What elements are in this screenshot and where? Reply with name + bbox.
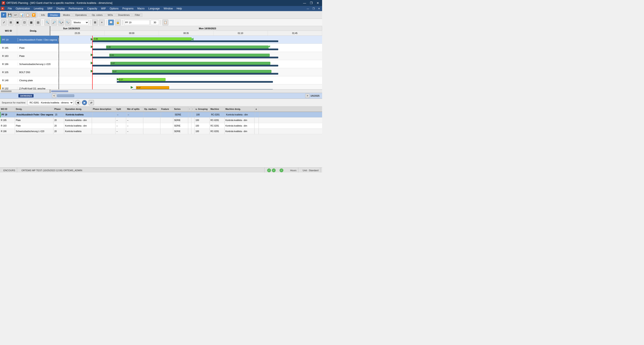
gantt-bar-3[interactable]: 0.07 [110,62,270,65]
gantt-scrollbar[interactable] [0,89,322,93]
detail-phase-3: 20 [54,129,64,134]
menu-file[interactable]: File [6,7,14,10]
desig-5: Closing plate [18,79,58,82]
gantt-bar-5[interactable]: 0.27 [118,78,166,81]
bar-val-2: 0.03 [110,54,114,56]
gantt-bar-6[interactable]: 0.17 [136,86,169,89]
view-mode-4[interactable]: ⊡ [22,19,28,25]
menu-wip[interactable]: WIP [99,7,108,10]
view-mode-2[interactable]: ⊞ [8,19,14,25]
right-scroll[interactable] [50,90,322,93]
nav-prev-btn[interactable]: < [52,94,56,98]
menu-display[interactable]: Display [54,7,66,10]
tab-wos[interactable]: WOs [105,13,115,17]
gantt-row-3[interactable]: R 186 Schweissbadsicherung L=220 [0,60,58,68]
detail-dot1-1 [188,118,192,123]
nav-next-btn[interactable]: > [305,94,310,98]
tool-btn-filter[interactable]: 🔽 [31,12,36,18]
zoom-in-btn[interactable]: 🔍+ [58,19,64,25]
right-scroll-thumb[interactable] [51,90,68,92]
left-scroll[interactable] [0,90,50,93]
tab-filter[interactable]: Filter [132,13,142,17]
status-hours: Hours [288,168,298,172]
gantt-row-5[interactable]: R 148 Closing plate [0,76,58,84]
tab-operations[interactable]: Operations [73,13,89,17]
view-mode-3[interactable]: ▣ [14,19,20,25]
gantt-row-1[interactable]: R 185 Plate [0,44,58,52]
menu-optimization[interactable]: Optimization [14,7,32,10]
detail-row-1[interactable]: R 185 Plate 20 Kontrola kvaliteta - dim … [0,118,322,123]
tool-btn-chart[interactable]: 📊 [19,12,24,18]
sub-close-btn[interactable]: ✕ [317,7,321,10]
gantt-bar-0[interactable]: 0.99 [93,37,192,40]
col-header-dot1: · [188,106,192,112]
chart-row-4: 0.07 ▶ [59,68,322,76]
close-btn[interactable]: ✕ [315,1,320,5]
minimize-btn[interactable]: — [302,1,307,5]
detail-row-2[interactable]: R 183 Plate 20 Kontrola kvaliteta - dim … [0,123,322,129]
maximize-btn[interactable]: ❐ [309,1,314,5]
menu-performance[interactable]: Performance [67,7,85,10]
tab-op-colors[interactable]: Op. colors [90,13,105,17]
gantt-left-header: WO ID Desig. [0,26,50,35]
number-field[interactable] [150,20,159,25]
add-col-btn[interactable]: + [99,19,105,25]
sub-minimize-btn[interactable]: — [306,7,310,10]
menu-options[interactable]: Options [108,7,120,10]
zoom-out-btn[interactable]: 🔍- [65,19,71,25]
tool-btn-table[interactable]: 📋 [25,12,30,18]
tab-info[interactable]: Info [39,13,47,17]
gantt-row-6[interactable]: R 132 Z-Profil Kopf Q2, geschw [0,84,58,89]
search-field[interactable] [124,20,150,25]
gantt-row-4[interactable]: R 105 BOLT D50 [0,68,58,76]
grid-btn[interactable]: ⊞ [92,19,98,25]
detail-woid-0: PF 19 [1,112,16,117]
menu-window[interactable]: Window [162,7,174,10]
tab-display[interactable]: Display [48,13,60,17]
date-scroll-thumb[interactable] [57,94,74,97]
zoom-fit-btn[interactable]: 🔍 [44,19,50,25]
menu-help[interactable]: Help [175,7,184,10]
menu-programs[interactable]: Programs [121,7,135,10]
machine-prev-btn[interactable]: ◀ [75,100,80,105]
view-mode-1[interactable]: ⤢ [1,19,7,25]
menu-language[interactable]: Language [147,7,162,10]
tool-btn-undo[interactable]: ↩ [13,12,18,18]
gantt-bar-2[interactable]: 0.03 [109,54,270,57]
gantt-row-0[interactable]: PF 19 Anschlussblech Feder / Deo vagona [0,36,58,44]
detail-split-0: -- [116,112,127,117]
machine-sync-btn[interactable]: ⇄ [89,100,94,105]
title-bar-controls[interactable]: — ❐ ✕ [302,1,320,5]
left-scroll-thumb[interactable] [1,90,12,92]
desig-4: BOLT D50 [18,70,58,74]
view-mode-6[interactable]: ▤ [35,19,41,25]
detail-row-0[interactable]: PF 19 Anschlussblech Feder / Deo vagona … [0,112,322,118]
comment-btn[interactable]: 💬 [108,19,114,25]
tab-downtimes[interactable]: Downtimes [116,13,132,17]
machine-next-btn[interactable]: ▶ [82,100,87,105]
lock-btn[interactable]: 🔒 [115,19,121,25]
sub-maximize-btn[interactable]: ❐ [311,7,316,10]
menu-srp[interactable]: SRP [46,7,54,10]
gantt-bar-1[interactable]: 0.08 [106,45,269,48]
menu-macro[interactable]: Macro [136,7,146,10]
table-view-btn[interactable]: 📋 [162,19,168,25]
detail-grouping-0: 100 [195,112,210,117]
menu-capacity[interactable]: Capacity [86,7,99,10]
date-nav-bar: 10/30/2023 < > 1/6/2025 [0,93,322,99]
arrow-start-0: ▶ [91,37,93,41]
tab-modes[interactable]: Modes [60,13,72,17]
period-dropdown[interactable]: Weeks Hours Days Months [72,20,89,25]
menu-leveling[interactable]: Leveling [32,7,45,10]
gantt-bar-4[interactable]: 0.07 [112,70,272,73]
detail-feature-0 [161,112,174,117]
zoom-search-btn[interactable]: 🔎 [51,19,57,25]
detail-phase-1: 20 [54,118,64,123]
gantt-row-2[interactable]: R 183 Plate [0,52,58,60]
tool-btn-save[interactable]: 💾 [7,12,12,18]
tool-btn-1[interactable]: P [1,12,6,18]
machine-dropdown[interactable]: RC-0281 - Kontrola kvaliteta - dimens [28,100,73,105]
detail-row-3[interactable]: R 186 Schweissbadsicherung L=220 20 Kont… [0,129,322,134]
view-mode-5[interactable]: ▦ [28,19,34,25]
detail-feature-3 [160,129,173,134]
